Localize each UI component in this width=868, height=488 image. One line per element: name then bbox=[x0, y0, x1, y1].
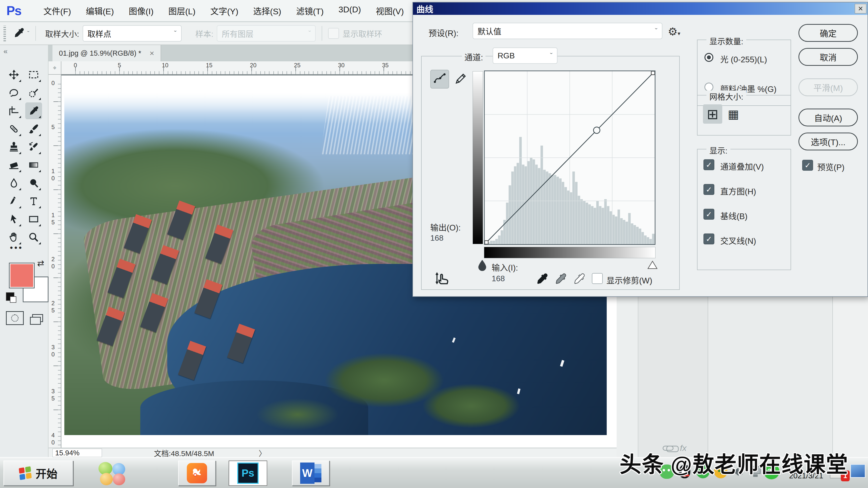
marquee-tool[interactable] bbox=[25, 66, 42, 83]
default-colors-icon[interactable] bbox=[6, 292, 14, 301]
cancel-label: 取消 bbox=[820, 51, 837, 63]
eyedropper-tool[interactable] bbox=[25, 102, 42, 119]
menu-item-9[interactable]: 视图(V) bbox=[368, 5, 411, 17]
path-select-tool[interactable] bbox=[5, 211, 22, 228]
clone-stamp-tool[interactable] bbox=[5, 138, 22, 155]
curves-dialog: 曲线 ✕ 预设(R): 默认值 ˇ ⚙▾ 通道: RGB ˇ 输出(O): 16… bbox=[412, 2, 868, 297]
preset-select[interactable]: 默认值 ˇ bbox=[473, 23, 662, 39]
amount-radio-1[interactable] bbox=[705, 53, 713, 62]
taskbar-app-uc-browser[interactable] bbox=[178, 460, 216, 486]
collapse-panel-icon[interactable]: « bbox=[3, 47, 8, 56]
swap-colors-icon[interactable]: ⇄ bbox=[37, 258, 44, 268]
status-expand-icon[interactable]: 〉 bbox=[258, 448, 266, 458]
pen-tool[interactable] bbox=[5, 193, 22, 209]
channel-select[interactable]: RGB ˇ bbox=[493, 47, 557, 64]
white-point-eyedropper[interactable] bbox=[572, 271, 586, 287]
menu-item-1[interactable]: 文件(F) bbox=[36, 5, 79, 17]
menu-item-4[interactable]: 图层(L) bbox=[161, 5, 203, 17]
menu-item-6[interactable]: 选择(S) bbox=[246, 5, 288, 17]
healing-tool[interactable] bbox=[5, 121, 22, 137]
curve-grid[interactable] bbox=[484, 70, 655, 245]
zoom-tool[interactable] bbox=[25, 229, 42, 246]
history-brush-tool[interactable] bbox=[25, 138, 42, 155]
auto-button[interactable]: 自动(A) bbox=[799, 108, 858, 126]
menu-item-8[interactable]: 3D(D) bbox=[331, 5, 368, 17]
taskbar-app-word[interactable]: W bbox=[292, 460, 330, 486]
eraser-tool[interactable] bbox=[5, 157, 22, 173]
more-tools-icon[interactable]: ••• bbox=[10, 243, 23, 253]
black-point-eyedropper[interactable] bbox=[535, 271, 549, 287]
start-button[interactable]: 开始 bbox=[3, 460, 73, 486]
simple-grid-button[interactable]: ⊞ bbox=[703, 104, 722, 124]
dialog-title-bar[interactable]: 曲线 bbox=[413, 2, 868, 15]
lasso-tool[interactable] bbox=[5, 84, 22, 101]
divider bbox=[322, 26, 322, 41]
show-checkbox-4[interactable]: ✓ bbox=[704, 233, 714, 245]
cancel-button[interactable]: 取消 bbox=[799, 48, 858, 66]
dodge-tool[interactable] bbox=[25, 174, 42, 191]
options-label: 选项(T)... bbox=[811, 135, 845, 148]
highlight-input-slider[interactable] bbox=[648, 261, 657, 270]
detailed-grid-button[interactable]: ▦ bbox=[725, 106, 742, 122]
menu-item-7[interactable]: 滤镜(T) bbox=[289, 5, 331, 17]
ruler-v-number: 20 bbox=[50, 256, 56, 270]
menu-item-5[interactable]: 文字(Y) bbox=[203, 5, 246, 17]
show-checkbox-3[interactable]: ✓ bbox=[704, 209, 714, 220]
channel-value: RGB bbox=[498, 51, 515, 60]
brush-tool[interactable] bbox=[25, 121, 42, 137]
menu-item-2[interactable]: 编辑(E) bbox=[79, 5, 121, 17]
show-checkbox-1[interactable]: ✓ bbox=[704, 159, 714, 170]
tool-flyout-indicator bbox=[19, 206, 21, 208]
lasso-icon bbox=[8, 87, 19, 98]
start-label: 开始 bbox=[36, 465, 57, 481]
targeted-adjustment-icon bbox=[434, 283, 451, 287]
show-clipping-checkbox[interactable] bbox=[592, 273, 603, 284]
taskbar-app-photoshop[interactable]: Ps bbox=[229, 460, 267, 486]
ruler-origin[interactable]: ⌖ bbox=[49, 61, 61, 75]
screen-mode-button[interactable] bbox=[29, 311, 46, 325]
panel-drag-handle[interactable] bbox=[3, 26, 6, 41]
close-dialog-button[interactable]: ✕ bbox=[855, 4, 867, 13]
preview-checkbox[interactable]: ✓ bbox=[802, 160, 813, 171]
quick-select-tool[interactable] bbox=[25, 84, 42, 101]
quick-mask-button[interactable] bbox=[6, 311, 24, 325]
windows-logo-icon bbox=[19, 466, 32, 480]
taskbar-app-colorballs[interactable] bbox=[97, 461, 129, 485]
gray-point-eyedropper[interactable] bbox=[554, 271, 567, 287]
shape-tool[interactable] bbox=[25, 211, 42, 228]
tool-panel: « ••• ⇄ bbox=[0, 45, 49, 457]
amount-radio-2[interactable] bbox=[705, 83, 713, 92]
ok-button[interactable]: 确定 bbox=[799, 24, 858, 42]
shadow-input-slider[interactable] bbox=[478, 260, 487, 272]
ruler-h-number: 10 bbox=[162, 62, 168, 69]
edit-points-tool[interactable] bbox=[430, 70, 449, 89]
show-checkbox-2[interactable]: ✓ bbox=[704, 184, 714, 195]
type-tool[interactable] bbox=[25, 193, 42, 209]
close-tab-icon[interactable]: × bbox=[150, 49, 154, 58]
ok-label: 确定 bbox=[820, 27, 837, 39]
show-legend: 显示: bbox=[706, 144, 731, 156]
watermark: 头条 @敖老师在线课堂 bbox=[620, 447, 848, 478]
blur-tool[interactable] bbox=[5, 174, 22, 191]
crop-tool[interactable] bbox=[5, 102, 22, 119]
auto-label: 自动(A) bbox=[814, 111, 842, 124]
smooth-label: 平滑(M) bbox=[813, 82, 843, 94]
document-tab[interactable]: 01.jpg @ 15.9%(RGB/8) * × bbox=[53, 45, 161, 61]
tool-flyout-indicator bbox=[39, 242, 41, 245]
options-button[interactable]: 选项(T)... bbox=[799, 133, 858, 151]
photo-tower bbox=[124, 214, 152, 254]
move-tool[interactable] bbox=[5, 66, 22, 83]
zoom-icon bbox=[28, 232, 39, 242]
menu-item-3[interactable]: 图像(I) bbox=[121, 5, 161, 17]
foreground-color-swatch[interactable] bbox=[9, 263, 35, 288]
on-image-adjustment-tool[interactable] bbox=[434, 270, 451, 287]
preset-options-gear-icon[interactable]: ⚙▾ bbox=[668, 25, 680, 38]
show-desktop-button[interactable] bbox=[850, 464, 866, 478]
sample-size-select[interactable]: 取样点 ˇ bbox=[83, 25, 182, 41]
current-tool-indicator[interactable]: ˇ bbox=[13, 27, 29, 40]
vertical-ruler[interactable]: 0510152025303540 bbox=[49, 75, 61, 448]
zoom-level-field[interactable]: 15.94% bbox=[53, 449, 102, 457]
dodge-icon bbox=[28, 177, 39, 189]
draw-curve-tool[interactable] bbox=[452, 70, 469, 89]
gradient-tool[interactable] bbox=[25, 157, 42, 173]
